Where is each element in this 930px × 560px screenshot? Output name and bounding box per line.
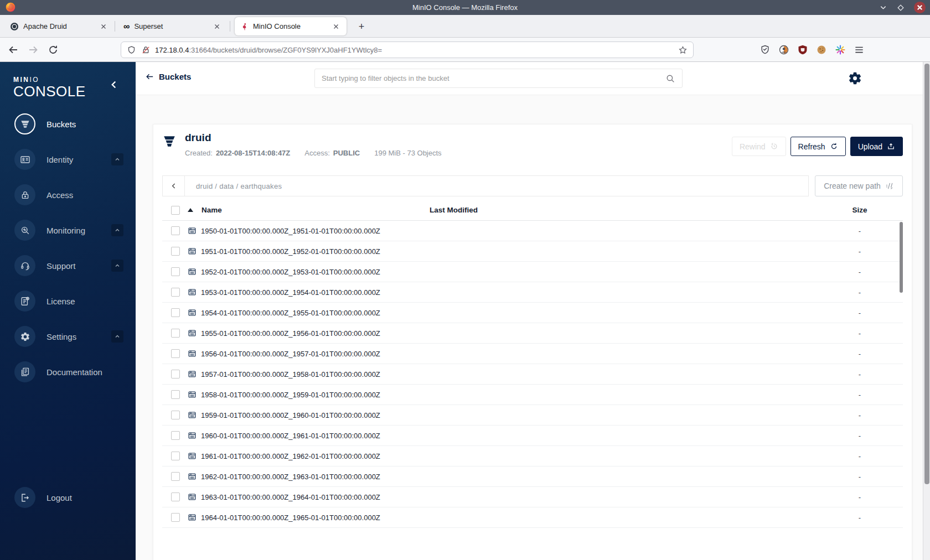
created-value: 2022-08-15T14:08:47Z — [216, 149, 290, 157]
url-text[interactable]: 172.18.0.4:31664/buckets/druid/browse/ZG… — [155, 46, 678, 54]
table-row[interactable]: 1959-01-01T00:00:00.000Z_1960-01-01T00:0… — [162, 405, 903, 426]
chevron-up-icon[interactable] — [111, 224, 123, 236]
window-minimize-icon[interactable] — [879, 3, 887, 12]
row-checkbox[interactable] — [171, 492, 180, 501]
object-size: - — [815, 247, 904, 256]
table-row[interactable]: 1961-01-01T00:00:00.000Z_1962-01-01T00:0… — [162, 446, 903, 466]
row-checkbox[interactable] — [171, 472, 180, 481]
bookmark-star-icon[interactable] — [678, 45, 688, 55]
back-icon[interactable] — [8, 44, 19, 55]
tab-superset[interactable]: ∞ Superset — [118, 17, 228, 35]
sidebar-item-settings[interactable]: Settings — [0, 319, 136, 354]
row-checkbox[interactable] — [171, 431, 180, 440]
sidebar-item-license[interactable]: License — [0, 283, 136, 319]
rewind-button[interactable]: Rewind — [732, 137, 786, 156]
object-name: 1955-01-01T00:00:00.000Z_1956-01-01T00:0… — [201, 329, 380, 338]
sort-asc-icon[interactable] — [188, 208, 193, 212]
row-checkbox[interactable] — [171, 308, 180, 317]
tracking-shield-icon[interactable] — [127, 45, 136, 55]
table-row[interactable]: 1956-01-01T00:00:00.000Z_1957-01-01T00:0… — [162, 344, 903, 364]
row-checkbox[interactable] — [171, 370, 180, 378]
row-checkbox[interactable] — [171, 513, 180, 522]
object-size: - — [815, 514, 904, 522]
table-row[interactable]: 1963-01-01T00:00:00.000Z_1964-01-01T00:0… — [162, 487, 903, 507]
sidebar-item-documentation[interactable]: Documentation — [0, 354, 136, 390]
reload-icon[interactable] — [48, 44, 59, 55]
table-body: 1950-01-01T00:00:00.000Z_1951-01-01T00:0… — [162, 221, 903, 528]
bucket-icon — [162, 134, 177, 149]
new-tab-button[interactable]: + — [354, 19, 369, 34]
pinwheel-extension-icon[interactable] — [835, 44, 846, 55]
row-checkbox[interactable] — [171, 226, 180, 235]
row-checkbox[interactable] — [171, 267, 180, 276]
window-title: MinIO Console — Mozilla Firefox — [0, 3, 930, 12]
tab-apache-druid[interactable]: Apache Druid — [4, 17, 114, 35]
bucket-icon — [14, 113, 35, 134]
forward-icon[interactable] — [28, 44, 39, 55]
table-row[interactable]: 1950-01-01T00:00:00.000Z_1951-01-01T00:0… — [162, 221, 903, 241]
sidebar-item-monitoring[interactable]: Monitoring — [0, 212, 136, 248]
table-row[interactable]: 1954-01-01T00:00:00.000Z_1955-01-01T00:0… — [162, 303, 903, 323]
tab-minio-console[interactable]: MinIO Console — [235, 17, 347, 35]
table-row[interactable]: 1960-01-01T00:00:00.000Z_1961-01-01T00:0… — [162, 426, 903, 446]
table-row[interactable]: 1957-01-01T00:00:00.000Z_1958-01-01T00:0… — [162, 364, 903, 385]
table-row[interactable]: 1955-01-01T00:00:00.000Z_1956-01-01T00:0… — [162, 323, 903, 344]
tab-close-icon[interactable] — [331, 22, 341, 32]
row-checkbox[interactable] — [171, 349, 180, 358]
row-checkbox[interactable] — [171, 247, 180, 256]
table-row[interactable]: 1958-01-01T00:00:00.000Z_1959-01-01T00:0… — [162, 385, 903, 405]
sidebar-item-identity[interactable]: Identity — [0, 142, 136, 177]
window-maximize-icon[interactable] — [896, 3, 905, 12]
row-checkbox[interactable] — [171, 390, 180, 399]
breadcrumb[interactable]: druid / data / earthquakes — [196, 182, 282, 190]
monitor-search-icon — [14, 220, 35, 241]
chevron-up-icon[interactable] — [111, 153, 123, 165]
row-checkbox[interactable] — [171, 288, 180, 297]
table-row[interactable]: 1962-01-01T00:00:00.000Z_1963-01-01T00:0… — [162, 466, 903, 487]
row-checkbox[interactable] — [171, 452, 180, 460]
tab-close-icon[interactable] — [99, 22, 108, 32]
column-header-name[interactable]: Name — [202, 206, 222, 214]
sidebar-item-access[interactable]: Access — [0, 177, 136, 212]
page-scrollbar[interactable] — [923, 62, 930, 560]
create-new-path-button[interactable]: Create new path — [815, 175, 903, 196]
url-bar[interactable]: 172.18.0.4:31664/buckets/druid/browse/ZG… — [121, 42, 694, 58]
ublock-icon[interactable] — [797, 44, 808, 55]
object-size: - — [815, 432, 904, 440]
insecure-lock-icon[interactable] — [141, 45, 151, 55]
cookie-icon[interactable] — [816, 44, 827, 55]
back-to-buckets-link[interactable]: Buckets — [145, 72, 191, 81]
window-close-icon[interactable] — [914, 2, 926, 13]
table-row[interactable]: 1951-01-01T00:00:00.000Z_1952-01-01T00:0… — [162, 241, 903, 262]
sidebar-item-buckets[interactable]: Buckets — [0, 106, 136, 142]
sidebar: MINIO CONSOLE Buckets Identity A — [0, 62, 136, 560]
table-row[interactable]: 1953-01-01T00:00:00.000Z_1954-01-01T00:0… — [162, 282, 903, 303]
row-checkbox[interactable] — [171, 329, 180, 338]
filter-search-box[interactable] — [314, 69, 683, 88]
search-input[interactable] — [322, 74, 665, 82]
sidebar-item-support[interactable]: Support — [0, 248, 136, 283]
chevron-up-icon[interactable] — [111, 260, 123, 272]
pocket-shield-icon[interactable] — [760, 44, 771, 55]
profile-extension-icon[interactable] — [778, 44, 789, 55]
page-scrollbar-thumb[interactable] — [924, 64, 929, 484]
select-all-checkbox[interactable] — [171, 206, 180, 215]
path-back-icon[interactable] — [163, 176, 185, 196]
sidebar-collapse-icon[interactable] — [108, 79, 120, 91]
sidebar-item-logout[interactable]: Logout — [0, 480, 136, 515]
back-arrow-icon — [145, 72, 154, 81]
chevron-up-icon[interactable] — [111, 330, 123, 343]
row-checkbox[interactable] — [171, 411, 180, 419]
table-row[interactable]: 1952-01-01T00:00:00.000Z_1953-01-01T00:0… — [162, 262, 903, 282]
table-scrollbar-thumb[interactable] — [900, 222, 903, 293]
refresh-button[interactable]: Refresh — [790, 137, 846, 156]
object-size: - — [815, 391, 904, 399]
menu-icon[interactable] — [854, 44, 865, 55]
settings-gear-icon[interactable] — [848, 71, 862, 86]
upload-button[interactable]: Upload — [850, 137, 903, 156]
column-header-last-modified[interactable]: Last Modified — [430, 206, 815, 214]
tab-close-icon[interactable] — [212, 22, 222, 32]
column-header-size[interactable]: Size — [815, 206, 904, 214]
objects-table: Name Last Modified Size 1950-01-01T00:00… — [162, 200, 903, 528]
table-row[interactable]: 1964-01-01T00:00:00.000Z_1965-01-01T00:0… — [162, 507, 903, 528]
